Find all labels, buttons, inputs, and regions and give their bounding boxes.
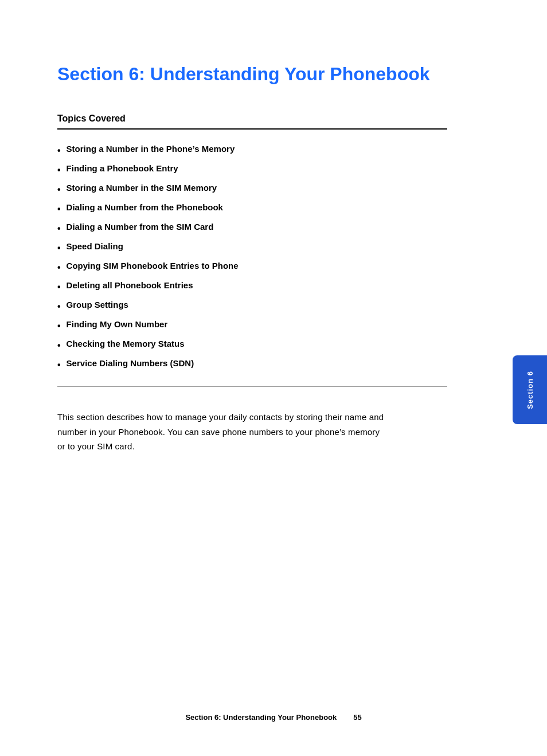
- topics-list: • Storing a Number in the Phone’s Memory…: [57, 141, 447, 375]
- list-item: • Finding My Own Number: [57, 316, 447, 336]
- list-item: • Copying SIM Phonebook Entries to Phone: [57, 258, 447, 277]
- divider-top: [57, 128, 447, 130]
- bullet-icon: •: [57, 339, 61, 352]
- footer-text: Section 6: Understanding Your Phonebook …: [0, 713, 547, 722]
- section-title: Section 6: Understanding Your Phonebook: [57, 63, 430, 85]
- list-item: • Storing a Number in the SIM Memory: [57, 180, 447, 199]
- list-item-text: Checking the Memory Status: [67, 339, 185, 348]
- list-item-text: Group Settings: [67, 300, 128, 310]
- list-item-text: Storing a Number in the Phone’s Memory: [67, 144, 235, 154]
- list-item: • Finding a Phonebook Entry: [57, 160, 447, 180]
- topics-heading: Topics Covered: [57, 113, 447, 124]
- list-item-text: Finding My Own Number: [67, 319, 168, 329]
- list-item-text: Deleting all Phonebook Entries: [67, 280, 193, 290]
- list-item-text: Copying SIM Phonebook Entries to Phone: [67, 261, 239, 271]
- topics-section: Topics Covered • Storing a Number in the…: [57, 113, 447, 387]
- description-text: This section describes how to manage you…: [57, 410, 390, 454]
- divider-bottom: [57, 386, 447, 387]
- page-container: Section 6: Understanding Your Phonebook …: [0, 0, 547, 756]
- list-item-text: Speed Dialing: [67, 241, 123, 251]
- section-tab-label: Section 6: [526, 371, 534, 409]
- list-item-text: Finding a Phonebook Entry: [67, 163, 178, 173]
- list-item-text: Service Dialing Numbers (SDN): [67, 358, 194, 368]
- bullet-icon: •: [57, 163, 61, 177]
- bullet-icon: •: [57, 280, 61, 294]
- bullet-icon: •: [57, 300, 61, 314]
- list-item-text: Storing a Number in the SIM Memory: [67, 183, 217, 193]
- bullet-icon: •: [57, 241, 61, 255]
- list-item: • Group Settings: [57, 297, 447, 316]
- bullet-icon: •: [57, 319, 61, 333]
- section-tab: Section 6: [513, 355, 547, 424]
- bullet-icon: •: [57, 222, 61, 236]
- list-item-text: Dialing a Number from the SIM Card: [67, 222, 214, 232]
- list-item: • Deleting all Phonebook Entries: [57, 277, 447, 297]
- list-item: • Checking the Memory Status: [57, 336, 447, 355]
- bullet-icon: •: [57, 183, 61, 197]
- page-number: 55: [353, 713, 361, 722]
- list-item: • Service Dialing Numbers (SDN): [57, 355, 447, 375]
- list-item: • Speed Dialing: [57, 238, 447, 258]
- bullet-icon: •: [57, 202, 61, 216]
- bullet-icon: •: [57, 358, 61, 372]
- bullet-icon: •: [57, 144, 61, 158]
- bullet-icon: •: [57, 261, 61, 275]
- footer-label: Section 6: Understanding Your Phonebook: [185, 713, 337, 722]
- list-item-text: Dialing a Number from the Phonebook: [67, 202, 223, 212]
- list-item: • Dialing a Number from the Phonebook: [57, 199, 447, 219]
- list-item: • Dialing a Number from the SIM Card: [57, 219, 447, 238]
- list-item: • Storing a Number in the Phone’s Memory: [57, 141, 447, 160]
